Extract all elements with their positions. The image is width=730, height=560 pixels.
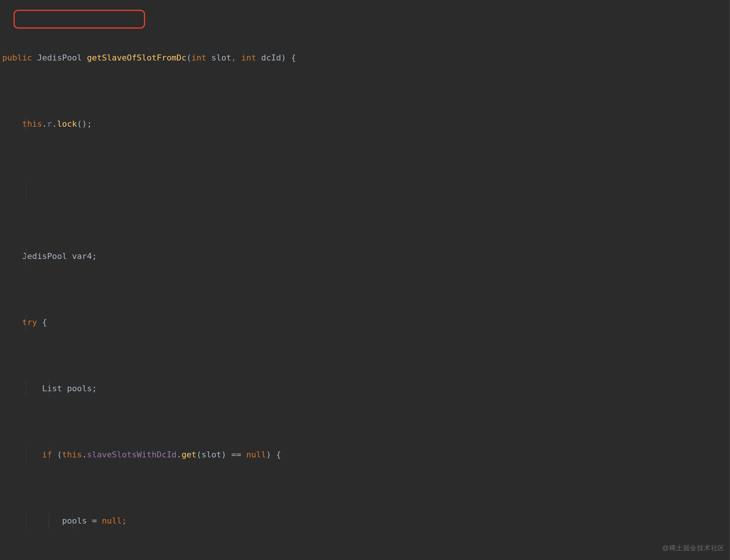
kw-public: public [2,53,32,62]
code-line: this.r.lock(); [2,116,590,132]
fn-getSlave: getSlaveOfSlotFromDc [87,53,186,62]
type-jedispool: JedisPool [37,53,82,62]
watermark: @稀土掘金技术社区 [662,540,725,556]
code-editor[interactable]: public JedisPool getSlaveOfSlotFromDc(in… [2,0,590,560]
code-line: public JedisPool getSlaveOfSlotFromDc(in… [2,50,590,66]
indent-guide [26,116,26,132]
